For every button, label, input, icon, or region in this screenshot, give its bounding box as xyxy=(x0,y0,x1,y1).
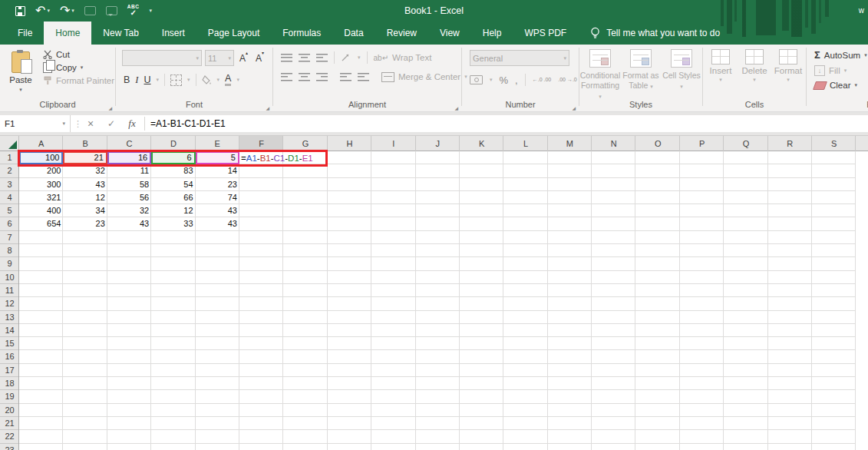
cell-N11[interactable] xyxy=(592,284,635,297)
cell-A6[interactable]: 654 xyxy=(19,217,63,230)
cell-F20[interactable] xyxy=(239,404,283,417)
align-left-button[interactable] xyxy=(281,73,292,81)
cell-N17[interactable] xyxy=(592,364,635,377)
cell-C18[interactable] xyxy=(107,377,151,390)
autosum-button[interactable]: Σ AutoSum ▾ xyxy=(814,49,868,61)
cell-N10[interactable] xyxy=(592,271,635,284)
cell-C11[interactable] xyxy=(107,284,151,297)
row-header-13[interactable]: 13 xyxy=(0,311,19,324)
cell-L7[interactable] xyxy=(503,231,547,244)
tab-home[interactable]: Home xyxy=(44,22,91,45)
cell-E7[interactable] xyxy=(196,231,239,244)
cell-N19[interactable] xyxy=(592,390,635,403)
cell-N1[interactable] xyxy=(592,151,635,164)
cancel-button[interactable]: × xyxy=(81,115,100,132)
cell-K21[interactable] xyxy=(460,417,503,430)
font-color-dropdown-icon[interactable]: ▾ xyxy=(236,77,239,83)
cell-P7[interactable] xyxy=(680,231,724,244)
cell-H2[interactable] xyxy=(328,164,371,177)
cell-O11[interactable] xyxy=(635,284,679,297)
cell-G21[interactable] xyxy=(283,417,327,430)
cell-A18[interactable] xyxy=(19,377,63,390)
cell-J3[interactable] xyxy=(416,178,460,191)
cell-J16[interactable] xyxy=(416,350,460,363)
cell-S16[interactable] xyxy=(812,350,856,363)
cell-D21[interactable] xyxy=(151,417,195,430)
decrease-font-size-button[interactable]: A▾ xyxy=(253,53,266,64)
cell-I14[interactable] xyxy=(371,324,415,337)
row-header-17[interactable]: 17 xyxy=(0,364,19,377)
cell-P8[interactable] xyxy=(680,244,724,257)
cell-E12[interactable] xyxy=(196,297,239,310)
cell-D6[interactable]: 33 xyxy=(151,217,195,230)
comma-style-button[interactable]: , xyxy=(515,74,518,86)
cell-K14[interactable] xyxy=(460,324,503,337)
cell-J15[interactable] xyxy=(416,337,460,350)
insert-function-button[interactable]: fx xyxy=(123,115,141,132)
cell-E15[interactable] xyxy=(196,337,239,350)
cell-D4[interactable]: 66 xyxy=(151,191,195,204)
cell-L11[interactable] xyxy=(503,284,547,297)
column-header-R[interactable]: R xyxy=(768,136,812,151)
cell-R12[interactable] xyxy=(768,297,812,310)
cell-H9[interactable] xyxy=(328,257,371,270)
top-align-button[interactable] xyxy=(281,54,292,62)
cell-D18[interactable] xyxy=(151,377,195,390)
cell-N21[interactable] xyxy=(592,417,635,430)
row-header-3[interactable]: 3 xyxy=(0,178,19,191)
redo-button[interactable]: ↷▾ xyxy=(60,5,74,16)
cell-I12[interactable] xyxy=(371,297,415,310)
align-right-button[interactable] xyxy=(316,73,328,81)
cell-F13[interactable] xyxy=(239,311,283,324)
cell-F9[interactable] xyxy=(239,257,283,270)
cell-S12[interactable] xyxy=(812,297,856,310)
cell-D2[interactable]: 83 xyxy=(151,164,195,177)
cell-C1[interactable]: 16 xyxy=(107,151,151,164)
cell-B8[interactable] xyxy=(63,244,107,257)
row-header-7[interactable]: 7 xyxy=(0,231,19,244)
row-header-21[interactable]: 21 xyxy=(0,417,19,430)
cell-B5[interactable]: 34 xyxy=(63,204,107,217)
paste-button[interactable]: Paste ▾ xyxy=(3,48,38,99)
cell-H22[interactable] xyxy=(328,430,371,443)
cell-D14[interactable] xyxy=(151,324,195,337)
cell-E4[interactable]: 74 xyxy=(196,191,239,204)
cell-B11[interactable] xyxy=(63,284,107,297)
cell-E23[interactable] xyxy=(196,444,239,450)
cell-A23[interactable] xyxy=(19,444,63,450)
cell-J14[interactable] xyxy=(416,324,460,337)
cell-C13[interactable] xyxy=(107,311,151,324)
tab-file[interactable]: File xyxy=(6,22,44,45)
cell-S15[interactable] xyxy=(812,337,856,350)
cell-L23[interactable] xyxy=(503,444,547,450)
cell-N12[interactable] xyxy=(592,297,635,310)
font-size-select[interactable]: 11▾ xyxy=(205,50,234,66)
cell-B21[interactable] xyxy=(63,417,107,430)
cell-P17[interactable] xyxy=(680,364,724,377)
cell-Q21[interactable] xyxy=(724,417,767,430)
cell-O4[interactable] xyxy=(635,191,679,204)
cell-K16[interactable] xyxy=(460,350,503,363)
cell-O15[interactable] xyxy=(635,337,679,350)
cell-Q4[interactable] xyxy=(724,191,767,204)
cell-K17[interactable] xyxy=(460,364,503,377)
cell-N7[interactable] xyxy=(592,231,635,244)
select-all-button[interactable] xyxy=(0,136,19,151)
row-header-19[interactable]: 19 xyxy=(0,390,19,403)
cell-K23[interactable] xyxy=(460,444,503,450)
cell-M11[interactable] xyxy=(548,284,592,297)
cell-L4[interactable] xyxy=(503,191,547,204)
cell-R16[interactable] xyxy=(768,350,812,363)
cell-C23[interactable] xyxy=(107,444,151,450)
cell-H20[interactable] xyxy=(328,404,371,417)
cell-O9[interactable] xyxy=(635,257,679,270)
cell-C16[interactable] xyxy=(107,350,151,363)
cell-L17[interactable] xyxy=(503,364,547,377)
number-format-select[interactable]: General▾ xyxy=(470,50,569,66)
cell-N15[interactable] xyxy=(592,337,635,350)
cell-Q16[interactable] xyxy=(724,350,767,363)
cell-P16[interactable] xyxy=(680,350,724,363)
cell-N22[interactable] xyxy=(592,430,635,443)
cell-A12[interactable] xyxy=(19,297,63,310)
cell-B15[interactable] xyxy=(63,337,107,350)
